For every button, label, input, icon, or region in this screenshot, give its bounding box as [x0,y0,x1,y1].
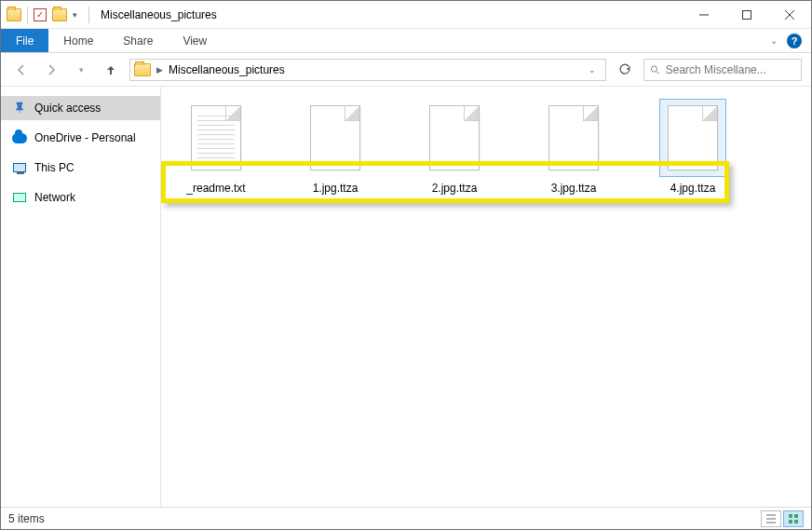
navigation-pane: Quick accessOneDrive - PersonalThis PCNe… [1,87,161,507]
pin-icon [12,101,27,116]
blank-file-icon [310,105,360,170]
sidebar-item-network[interactable]: Network [1,185,160,210]
file-name: 2.jpg.ttza [432,182,478,195]
quick-access-toolbar: ✓ ▾ [1,7,83,23]
tab-share[interactable]: Share [108,29,168,52]
help-icon[interactable]: ? [787,34,802,48]
file-thumbnail [541,100,606,176]
recent-locations-icon[interactable]: ▾ [70,59,92,81]
blank-file-icon [668,105,718,170]
up-button[interactable] [100,59,122,81]
sidebar-item-quick-access[interactable]: Quick access [1,96,160,120]
file-item[interactable]: 3.jpg.ttza [532,100,616,195]
file-item[interactable]: _readme.txt [174,100,258,195]
cloud-icon [12,130,27,145]
details-view-button[interactable] [761,510,781,527]
status-text: 5 items [8,512,45,525]
file-name: 4.jpg.ttza [670,182,716,195]
file-tab[interactable]: File [1,29,48,52]
file-item[interactable]: 2.jpg.ttza [413,100,496,195]
explorer-window: ✓ ▾ Miscellaneous_pictures File Home Sha… [0,0,812,530]
file-item[interactable]: 4.jpg.ttza [651,100,735,195]
file-item[interactable]: 1.jpg.ttza [293,100,377,195]
refresh-button[interactable] [614,59,636,81]
search-box[interactable] [643,59,802,81]
svg-rect-1 [743,10,751,19]
svg-rect-10 [794,514,798,518]
breadcrumb[interactable]: ▶ Miscellaneous_pictures ⌄ [129,59,606,81]
folder-icon [7,8,21,21]
svg-rect-11 [789,520,792,523]
forward-button[interactable] [40,59,62,81]
properties-icon[interactable]: ✓ [34,8,47,21]
minimize-button[interactable] [683,1,725,29]
file-thumbnail [303,100,368,176]
divider [88,7,89,23]
tab-view[interactable]: View [168,29,222,52]
svg-line-5 [656,71,659,74]
sidebar-item-label: OneDrive - Personal [34,131,136,144]
new-folder-icon[interactable] [52,8,67,21]
close-button[interactable] [768,1,811,29]
view-toggles [761,510,804,527]
svg-rect-12 [794,520,798,523]
address-bar-row: ▾ ▶ Miscellaneous_pictures ⌄ [1,53,811,87]
svg-point-4 [651,65,656,71]
svg-rect-9 [789,514,792,518]
divider [27,7,28,23]
file-thumbnail [660,100,725,176]
pc-icon [12,160,27,175]
search-input[interactable] [666,63,795,76]
content-area[interactable]: _readme.txt1.jpg.ttza2.jpg.ttza3.jpg.ttz… [161,87,811,507]
folder-icon [134,63,151,76]
status-bar: 5 items [1,507,811,529]
breadcrumb-segment[interactable]: Miscellaneous_pictures [169,63,285,76]
titlebar: ✓ ▾ Miscellaneous_pictures [1,1,811,29]
file-name: 1.jpg.ttza [313,182,359,195]
file-thumbnail [422,100,487,176]
window-controls [683,1,811,29]
search-icon [650,64,660,75]
ribbon-collapse-icon[interactable]: ⌄ [770,35,778,46]
sidebar-item-label: Network [34,191,75,204]
sidebar-item-this-pc[interactable]: This PC [1,156,160,180]
window-title: Miscellaneous_pictures [101,8,217,21]
maximize-button[interactable] [725,1,768,29]
file-name: 3.jpg.ttza [551,182,597,195]
file-name: _readme.txt [186,182,245,195]
icons-view-button[interactable] [783,510,804,527]
chevron-down-icon[interactable]: ⌄ [589,65,596,75]
network-icon [12,190,27,205]
blank-file-icon [548,105,599,170]
tab-home[interactable]: Home [48,29,108,52]
text-file-icon [191,105,241,170]
sidebar-item-label: Quick access [34,102,101,115]
file-thumbnail [183,100,249,176]
blank-file-icon [429,105,480,170]
ribbon-tabs: File Home Share View ⌄ ? [1,29,811,53]
sidebar-item-label: This PC [34,161,74,174]
back-button[interactable] [10,59,33,81]
sidebar-item-onedrive-personal[interactable]: OneDrive - Personal [1,126,160,150]
qat-dropdown-icon[interactable]: ▾ [73,10,77,20]
files-row: _readme.txt1.jpg.ttza2.jpg.ttza3.jpg.ttz… [174,100,798,195]
body: Quick accessOneDrive - PersonalThis PCNe… [1,87,811,507]
chevron-right-icon[interactable]: ▶ [156,65,163,75]
